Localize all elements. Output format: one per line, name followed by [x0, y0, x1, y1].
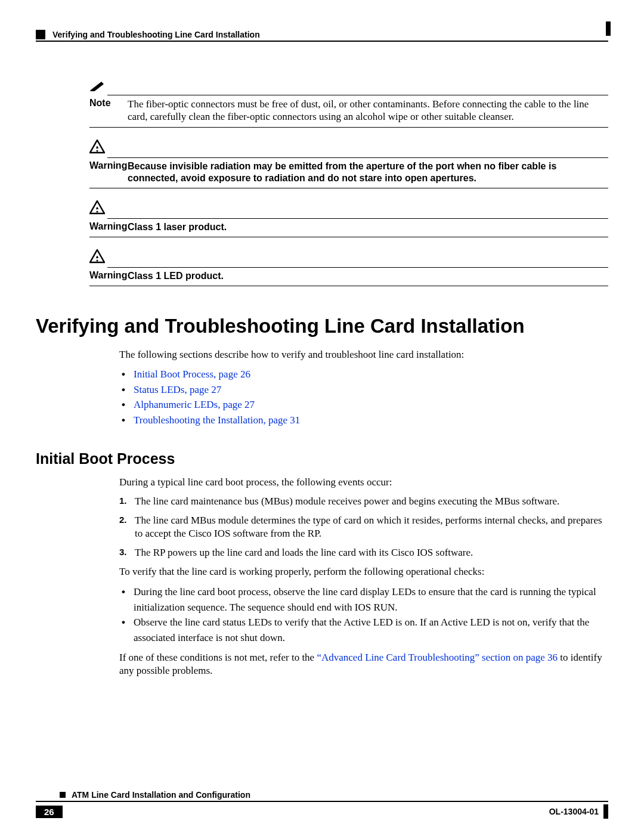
- intro-paragraph: The following sections describe how to v…: [119, 348, 602, 361]
- warning-label: Warning: [89, 270, 128, 282]
- running-title: Verifying and Troubleshooting Line Card …: [52, 30, 260, 39]
- warning-text: Class 1 laser product.: [128, 221, 608, 233]
- toc-link[interactable]: Troubleshooting the Installation, page 3…: [134, 414, 300, 426]
- note-label: Note: [89, 98, 128, 123]
- svg-point-1: [97, 210, 98, 212]
- sub-intro: During a typical line card boot process,…: [119, 476, 602, 489]
- running-header: Verifying and Troubleshooting Line Card …: [36, 30, 608, 39]
- toc-item[interactable]: Alphanumeric LEDs, page 27: [119, 397, 602, 413]
- warning-icon: [89, 140, 107, 158]
- page-number: 26: [36, 806, 63, 818]
- toc-link[interactable]: Alphanumeric LEDs, page 27: [134, 399, 255, 410]
- doc-id: OL-13004-01: [549, 807, 599, 816]
- check-text: Observe the line card status LEDs to ver…: [134, 617, 589, 643]
- header-right-mark: [606, 21, 611, 36]
- toc-link[interactable]: Status LEDs, page 27: [134, 384, 221, 395]
- check-item: During the line card boot process, obser…: [119, 584, 602, 615]
- warning-callout-2: Warning Class 1 laser product.: [89, 200, 608, 237]
- step-item: 1.The line card maintenance bus (MBus) m…: [119, 495, 602, 508]
- toc-list: Initial Boot Process, page 26 Status LED…: [119, 367, 602, 428]
- toc-item[interactable]: Initial Boot Process, page 26: [119, 367, 602, 382]
- footer-right-mark: [603, 804, 608, 819]
- check-text: During the line card boot process, obser…: [134, 586, 596, 613]
- warning-icon: [89, 200, 107, 219]
- closing-link[interactable]: “Advanced Line Card Troubleshooting” sec…: [317, 652, 558, 663]
- step-text: The RP powers up the line card and loads…: [135, 547, 473, 558]
- warning-callout-1: Warning Because invisible radiation may …: [89, 140, 608, 188]
- closing-paragraph: If one of these conditions is not met, r…: [119, 651, 602, 677]
- header-bullet-icon: [36, 30, 45, 39]
- toc-item[interactable]: Status LEDs, page 27: [119, 382, 602, 398]
- step-text: The line card maintenance bus (MBus) mod…: [135, 496, 559, 507]
- note-text: The fiber-optic connectors must be free …: [128, 98, 608, 123]
- warning-callout-3: Warning Class 1 LED product.: [89, 249, 608, 286]
- header-rule: [36, 41, 608, 42]
- toc-link[interactable]: Initial Boot Process, page 26: [134, 368, 250, 380]
- section-heading: Verifying and Troubleshooting Line Card …: [36, 315, 608, 337]
- footer-rule: [36, 801, 608, 802]
- pencil-icon: [89, 78, 107, 95]
- svg-point-2: [97, 259, 98, 261]
- warning-text: Class 1 LED product.: [128, 270, 608, 282]
- checks-list: During the line card boot process, obser…: [119, 584, 602, 645]
- svg-point-0: [97, 150, 98, 151]
- footer-doc-title: ATM Line Card Installation and Configura…: [72, 790, 250, 800]
- warning-icon: [89, 249, 107, 268]
- warning-text: Because invisible radiation may be emitt…: [128, 160, 608, 184]
- warning-label: Warning: [89, 160, 128, 184]
- step-item: 2.The line card MBus module determines t…: [119, 514, 602, 540]
- page-footer: ATM Line Card Installation and Configura…: [36, 790, 608, 819]
- closing-pre: If one of these conditions is not met, r…: [119, 652, 317, 663]
- step-text: The line card MBus module determines the…: [135, 515, 602, 539]
- subsection-heading: Initial Boot Process: [36, 450, 608, 467]
- footer-bullet-icon: [60, 792, 66, 798]
- page: Verifying and Troubleshooting Line Card …: [0, 0, 644, 833]
- toc-item[interactable]: Troubleshooting the Installation, page 3…: [119, 413, 602, 428]
- warning-label: Warning: [89, 221, 128, 233]
- verify-intro: To verify that the line card is working …: [119, 565, 602, 578]
- steps-list: 1.The line card maintenance bus (MBus) m…: [119, 495, 602, 559]
- step-item: 3.The RP powers up the line card and loa…: [119, 546, 602, 559]
- note-callout: Note The fiber-optic connectors must be …: [89, 78, 608, 128]
- check-item: Observe the line card status LEDs to ver…: [119, 615, 602, 645]
